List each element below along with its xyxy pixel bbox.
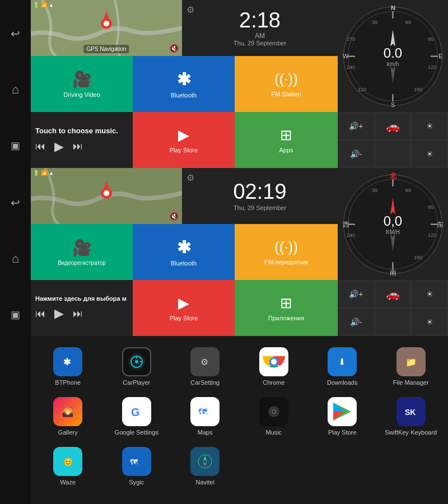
home-button-1[interactable]: ⌂ [0, 62, 31, 118]
bright-down-1[interactable]: ☀ [411, 140, 448, 168]
driving-video-label: Driving Video [63, 91, 100, 98]
play-store-tile-1[interactable]: ▶ Play Store [133, 112, 235, 168]
svg-text:✱: ✱ [63, 357, 71, 367]
bluetooth-label-1: Bluetooth [171, 92, 197, 99]
maps-icon: 🗺 [190, 397, 220, 426]
chrome-icon [259, 347, 288, 376]
app-music[interactable]: Music [242, 394, 306, 438]
svg-point-50 [135, 360, 138, 363]
clock-date-2: Thu, 29 September [233, 204, 286, 211]
next-btn-2[interactable]: ⏭ [73, 308, 83, 320]
app-playstore[interactable]: Play Store [311, 394, 374, 438]
tiles-area-2: 🔋📶▲ 🔇 ⚙ 02:19 Thu, 29 September 🎥 Видеор… [31, 168, 338, 336]
driving-video-tile[interactable]: 🎥 Driving Video [31, 56, 133, 112]
carplayer-label: CarPlayer [123, 379, 150, 386]
bright-down-2[interactable]: ☀ [411, 308, 448, 336]
controls-grid-2: 🔊+ 🚗 ☀ 🔊- ☀ [338, 280, 448, 336]
play-store-tile-2[interactable]: ▶ Play Store [133, 280, 235, 336]
row-1-bot: Touch to choose music. ⏮ ▶ ⏭ ▶ Play Stor… [31, 112, 338, 168]
settings-gear-1[interactable]: ⚙ [186, 4, 194, 15]
vol-up-2[interactable]: 🔊+ [338, 280, 375, 308]
home-button-2[interactable]: ⌂ [0, 231, 31, 287]
prev-btn-1[interactable]: ⏮ [35, 141, 45, 152]
app-gallery[interactable]: 🌄 Gallery [36, 394, 100, 438]
app-carsetting[interactable]: ⚙ CarSetting [174, 344, 237, 389]
vol-down-1[interactable]: 🔊- [338, 140, 375, 168]
right-panel-1: N S W E 30 60 90 120 150 210 240 270 [338, 0, 448, 168]
bright-up-2[interactable]: ☀ [411, 280, 448, 308]
svg-text:270: 270 [347, 36, 355, 42]
settings-gear-2[interactable]: ⚙ [186, 172, 194, 183]
app-swiftkey[interactable]: SK SwiftKey Keyboard [380, 394, 443, 438]
back-button-1[interactable]: ↩ [0, 6, 31, 62]
fm-station-tile[interactable]: ((·)) FM Station [235, 56, 338, 112]
car-btn-1[interactable]: 🚗 [375, 112, 412, 140]
app-sygic[interactable]: 🗺 Sygic [105, 444, 169, 488]
svg-point-27 [104, 190, 109, 196]
sygic-icon: 🗺 [122, 447, 151, 476]
fm-transmitter-label: FM-передатчик [264, 259, 308, 265]
app-maps[interactable]: 🗺 Maps [174, 394, 237, 438]
speedometer-1: N S W E 30 60 90 120 150 210 240 270 [338, 0, 448, 112]
prev-btn-2[interactable]: ⏮ [35, 308, 45, 320]
svg-text:90: 90 [428, 36, 433, 42]
car-btn-2[interactable]: 🚗 [375, 280, 412, 308]
vol-up-1[interactable]: 🔊+ [338, 112, 375, 140]
bright-up-1[interactable]: ☀ [411, 112, 448, 140]
gps-label-1: GPS Navigation [83, 45, 129, 53]
app-downloads[interactable]: ⬇ Downloads [311, 344, 374, 389]
gallery-label: Gallery [58, 429, 78, 436]
music-tile-2[interactable]: Нажмите здесь для выбора м ⏮ ▶ ⏭ [31, 280, 133, 336]
svg-text:150: 150 [414, 87, 422, 92]
app-filemanager[interactable]: 📁 File Manager [380, 344, 443, 389]
app-navitel[interactable]: Navitel [174, 444, 237, 488]
svg-text:⚙: ⚙ [200, 357, 208, 367]
btphone-label: BTPhone [55, 379, 81, 386]
apps-tile-1[interactable]: ⊞ Apps [235, 112, 338, 168]
play-btn-1[interactable]: ▶ [54, 139, 64, 154]
mute-icon-1: 🔇 [169, 44, 179, 53]
apps-tile-2[interactable]: ⊞ Приложения [235, 280, 338, 336]
recent-button-1[interactable]: ▣ [0, 118, 31, 174]
music-label: Music [265, 429, 282, 436]
app-waze[interactable]: 😊 Waze [36, 444, 100, 488]
svg-text:⬇: ⬇ [338, 357, 346, 367]
svg-text:😊: 😊 [63, 458, 73, 467]
svg-text:东: 东 [437, 221, 444, 228]
sidebar: ↩ ⌂ ▣ ↩ ⌂ ▣ [0, 0, 31, 504]
svg-text:南: 南 [390, 269, 396, 276]
svg-text:120: 120 [428, 232, 436, 238]
vol-down-2[interactable]: 🔊- [338, 308, 375, 336]
music-controls-2: ⏮ ▶ ⏭ [35, 306, 128, 321]
svg-text:🗺: 🗺 [130, 458, 138, 466]
play-store-label-2: Play Store [170, 315, 198, 321]
carplayer-icon [122, 347, 151, 376]
recent-button-2[interactable]: ▣ [0, 287, 31, 343]
tiles-area-1: GPS Navigation 🔋📶▲ 🔇 ⚙ 2:18 AM Thu, 29 S… [31, 0, 338, 168]
app-googlesettings[interactable]: G Google Settings [105, 394, 169, 438]
app-btphone[interactable]: ✱ BTPhone [36, 344, 100, 389]
video-reg-label: Видеорегистратор [58, 260, 106, 266]
video-reg-tile[interactable]: 🎥 Видеорегистратор [31, 224, 133, 280]
play-btn-2[interactable]: ▶ [54, 306, 64, 321]
app-chrome[interactable]: Chrome [242, 344, 306, 389]
clock-time-2: 02:19 [233, 181, 286, 202]
downloads-icon: ⬇ [328, 347, 357, 376]
bluetooth-tile-2[interactable]: ✱ Bluetooth [133, 224, 235, 280]
play-store-label-1: Play Store [170, 147, 198, 153]
bluetooth-tile-1[interactable]: ✱ Bluetooth [133, 56, 235, 112]
app-carplayer[interactable]: CarPlayer [105, 344, 169, 389]
music-tile-1[interactable]: Touch to choose music. ⏮ ▶ ⏭ [31, 112, 133, 168]
map-tile-2[interactable]: 🔋📶▲ 🔇 [31, 168, 182, 224]
fm-transmitter-tile[interactable]: ((·)) FM-передатчик [235, 224, 338, 280]
row-2-bot: Нажмите здесь для выбора м ⏮ ▶ ⏭ ▶ Play … [31, 280, 338, 336]
play-store-icon-2: ▶ [178, 295, 189, 312]
back-button-2[interactable]: ↩ [0, 175, 31, 231]
speed-display-1: 0.0 km/h [384, 45, 402, 67]
next-btn-1[interactable]: ⏭ [73, 141, 83, 152]
map-tile-1[interactable]: GPS Navigation 🔋📶▲ 🔇 [31, 0, 182, 56]
clock-tile-2: ⚙ 02:19 Thu, 29 September [182, 168, 338, 224]
carsetting-label: CarSetting [190, 379, 220, 386]
clock-ampm-1: AM [234, 32, 286, 40]
btphone-icon: ✱ [53, 347, 82, 376]
